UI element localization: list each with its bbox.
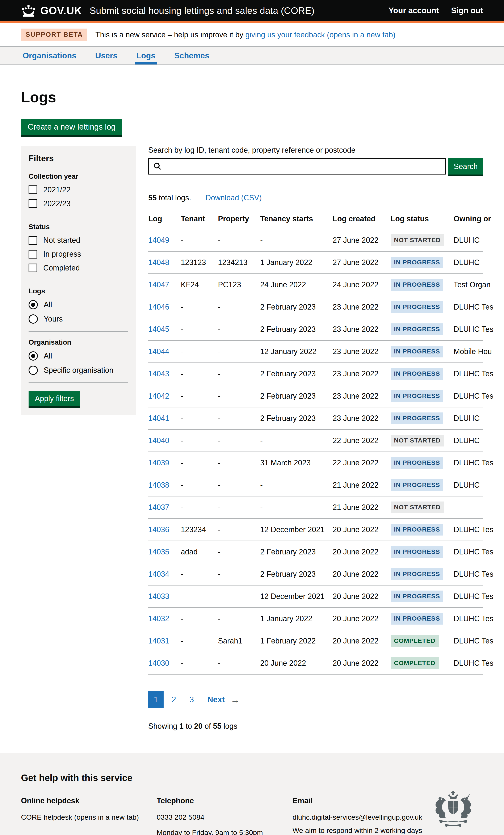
status-badge: NOT STARTED: [390, 502, 444, 513]
download-csv-link[interactable]: Download (CSV): [205, 194, 262, 202]
log-id-link[interactable]: 14043: [148, 369, 169, 378]
tenancy-starts-cell: 2 February 2023: [260, 563, 332, 585]
checkbox-in-progress[interactable]: In progress: [28, 250, 128, 259]
checkbox-completed[interactable]: Completed: [28, 264, 128, 272]
radio-button[interactable]: [28, 366, 38, 375]
radio-button[interactable]: [28, 300, 38, 309]
owning-organisation-cell: DLUHC: [453, 407, 483, 429]
telephone-heading: Telephone: [157, 795, 293, 806]
log-id-link[interactable]: 14049: [148, 236, 169, 244]
nav-item-organisations[interactable]: Organisations: [21, 47, 78, 64]
tenant-cell: -: [181, 630, 218, 652]
log-id-link[interactable]: 14044: [148, 347, 169, 356]
nav-item-users[interactable]: Users: [94, 47, 119, 64]
log-id-link[interactable]: 14039: [148, 459, 169, 467]
checkbox-box[interactable]: [28, 250, 37, 259]
tenancy-starts-cell: 24 June 2022: [260, 273, 332, 296]
owning-organisation-cell: DLUHC Tes: [453, 541, 483, 563]
tenancy-starts-cell: 2 February 2023: [260, 318, 332, 341]
column-header-log-created: Log created: [332, 215, 390, 229]
log-id-link[interactable]: 14046: [148, 303, 169, 311]
log-id-link[interactable]: 14030: [148, 659, 169, 667]
search-button[interactable]: Search: [448, 158, 483, 175]
footer-online-helpdesk: Online helpdesk CORE helpdesk (opens in …: [21, 795, 157, 835]
log-id-link[interactable]: 14034: [148, 570, 169, 578]
radio-button[interactable]: [28, 351, 38, 361]
checkbox-label: Not started: [43, 236, 80, 245]
pagination-next-link[interactable]: Next: [207, 695, 224, 704]
logs-table-body: 14049 - - - 27 June 2022 NOT STARTED DLU…: [148, 229, 483, 675]
table-row: 14038 - - - 21 June 2022 IN PROGRESS DLU…: [148, 474, 483, 496]
checkbox-box[interactable]: [28, 185, 37, 194]
email-link[interactable]: dluhc.digital-services@levellingup.gov.u…: [293, 813, 422, 821]
checkbox-2022-23[interactable]: 2022/23: [28, 199, 128, 208]
log-id-link[interactable]: 14032: [148, 614, 169, 623]
owning-organisation-cell: DLUHC Tes: [453, 385, 483, 407]
filters-divider: [28, 383, 128, 383]
log-id-link[interactable]: 14036: [148, 525, 169, 534]
search-input-wrapper: [148, 158, 446, 175]
log-created-cell: 21 June 2022: [332, 496, 390, 518]
owning-organisation-cell: DLUHC Tes: [453, 363, 483, 385]
pagination-page-3[interactable]: 3: [184, 691, 199, 708]
log-created-cell: 23 June 2022: [332, 296, 390, 318]
log-id-link[interactable]: 14048: [148, 258, 169, 267]
create-lettings-log-button[interactable]: Create a new lettings log: [21, 119, 122, 135]
log-id-link[interactable]: 14042: [148, 392, 169, 400]
radio-button[interactable]: [28, 314, 38, 324]
log-id-link[interactable]: 14041: [148, 414, 169, 423]
tenancy-starts-cell: 2 February 2023: [260, 296, 332, 318]
log-id-link[interactable]: 14040: [148, 436, 169, 445]
govuk-logo-text[interactable]: GOV.UK: [40, 5, 82, 17]
your-account-link[interactable]: Your account: [388, 6, 439, 15]
owning-organisation-cell: DLUHC Tes: [453, 585, 483, 608]
status-badge: IN PROGRESS: [390, 279, 443, 291]
email-note: We aim to respond within 2 working days: [293, 825, 422, 835]
checkbox-box[interactable]: [28, 236, 37, 245]
table-row: 14040 - - - 22 June 2022 NOT STARTED DLU…: [148, 429, 483, 452]
log-id-link[interactable]: 14047: [148, 280, 169, 289]
log-created-cell: 20 June 2022: [332, 563, 390, 585]
core-helpdesk-link[interactable]: CORE helpdesk (opens in a new tab): [21, 813, 139, 821]
property-cell: -: [218, 229, 260, 251]
radio-logs-yours[interactable]: Yours: [28, 314, 128, 324]
service-name[interactable]: Submit social housing lettings and sales…: [90, 5, 315, 16]
log-id-link[interactable]: 14035: [148, 548, 169, 556]
log-id-link[interactable]: 14033: [148, 592, 169, 600]
log-created-cell: 23 June 2022: [332, 385, 390, 407]
table-row: 14048 123123 1234213 1 January 2022 27 J…: [148, 251, 483, 273]
log-id-link[interactable]: 14031: [148, 636, 169, 645]
status-badge: IN PROGRESS: [390, 524, 443, 535]
checkbox-2021-22[interactable]: 2021/22: [28, 185, 128, 194]
log-id-link[interactable]: 14037: [148, 503, 169, 512]
checkbox-not-started[interactable]: Not started: [28, 236, 128, 245]
table-row: 14046 - - 2 February 2023 23 June 2022 I…: [148, 296, 483, 318]
log-id-link[interactable]: 14045: [148, 325, 169, 333]
pagination-page-1[interactable]: 1: [148, 691, 164, 708]
nav-item-schemes[interactable]: Schemes: [173, 47, 211, 64]
search-input[interactable]: [165, 162, 441, 171]
tenant-cell: -: [181, 363, 218, 385]
checkbox-box[interactable]: [28, 199, 37, 208]
footer: Get help with this service Online helpde…: [0, 753, 504, 835]
feedback-link[interactable]: giving us your feedback (opens in a new …: [245, 30, 396, 39]
sign-out-link[interactable]: Sign out: [451, 6, 483, 15]
nav-item-logs[interactable]: Logs: [135, 47, 157, 64]
radio-organisation-all[interactable]: All: [28, 351, 128, 361]
tenant-cell: -: [181, 608, 218, 630]
checkbox-box[interactable]: [28, 264, 37, 272]
table-row: 14039 - - 31 March 2023 22 June 2022 IN …: [148, 452, 483, 474]
status-badge: IN PROGRESS: [390, 257, 443, 268]
tenant-cell: adad: [181, 541, 218, 563]
pagination-next-arrow-icon[interactable]: →: [230, 694, 240, 706]
log-id-link[interactable]: 14038: [148, 481, 169, 489]
radio-organisation-specific[interactable]: Specific organisation: [28, 366, 128, 375]
radio-logs-all[interactable]: All: [28, 300, 128, 309]
apply-filters-button[interactable]: Apply filters: [28, 391, 80, 406]
status-badge: NOT STARTED: [390, 435, 444, 447]
tenancy-starts-cell: 12 December 2021: [260, 518, 332, 541]
status-badge: IN PROGRESS: [390, 613, 443, 625]
results-section: Search by log ID, tenant code, property …: [148, 146, 483, 753]
pagination-page-2[interactable]: 2: [166, 691, 181, 708]
checkbox-label: Completed: [43, 264, 80, 272]
